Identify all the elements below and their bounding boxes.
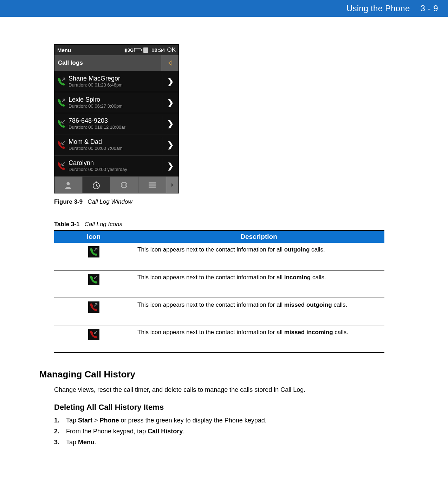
step-item: 3.Tap Menu. xyxy=(54,439,437,446)
step-item: 2.From the Phone keypad, tap Call Histor… xyxy=(54,428,437,435)
description-cell: This icon appears next to the contact in… xyxy=(133,325,384,352)
back-button xyxy=(161,55,178,71)
missed-incoming-icon xyxy=(88,329,99,340)
step-number: 1. xyxy=(54,417,66,424)
table-row: This icon appears next to the contact in… xyxy=(54,325,384,352)
chevron-right-icon: ❯ xyxy=(162,113,178,134)
th-icon: Icon xyxy=(54,230,133,243)
step-text: Tap Start > Phone or press the green key… xyxy=(66,417,267,424)
steps-list: 1.Tap Start > Phone or press the green k… xyxy=(54,417,437,446)
svg-point-0 xyxy=(67,182,70,185)
call-text: CarolynnDuration: 00:00:00 yesterday xyxy=(69,155,162,176)
phone-bottom-bar xyxy=(54,176,178,193)
call-log-row: Shane MacGregorDuration: 00:01:23 6:46pm… xyxy=(54,71,178,92)
table-title: Call Log Icons xyxy=(84,221,122,228)
chevron-right-icon: ❯ xyxy=(162,134,178,155)
icon-cell xyxy=(54,298,133,325)
call-detail: Duration: 00:01:23 6:46pm xyxy=(69,82,162,88)
icon-table: Icon Description This icon appears next … xyxy=(54,230,384,353)
tab-menu-icon xyxy=(138,177,167,193)
call-type-icon xyxy=(54,155,69,176)
icon-cell xyxy=(54,325,133,352)
header-page: 3 - 9 xyxy=(420,4,438,13)
call-detail: Duration: 00:018:12 10:00ar xyxy=(69,125,162,130)
call-name: Shane MacGregor xyxy=(69,75,162,82)
call-type-icon xyxy=(54,92,69,113)
table-label: Table 3-1 xyxy=(54,221,79,228)
status-time: 12:34 xyxy=(151,47,165,53)
step-item: 1.Tap Start > Phone or press the green k… xyxy=(54,417,437,424)
table-row: This icon appears next to the contact in… xyxy=(54,298,384,325)
call-detail: Duration: 00:06:27 3:00pm xyxy=(69,103,162,109)
call-log-row: 786-648-9203Duration: 00:018:12 10:00ar❯ xyxy=(54,113,178,134)
outgoing-icon xyxy=(88,246,99,257)
description-cell: This icon appears next to the contact in… xyxy=(133,298,384,325)
battery-icon xyxy=(134,48,141,52)
tab-calllog-icon xyxy=(83,177,111,193)
call-text: Mom & DadDuration: 00:00:00 7:00am xyxy=(69,134,162,155)
call-type-icon xyxy=(54,113,69,134)
th-description: Description xyxy=(133,230,384,243)
call-name: Carolynn xyxy=(69,160,162,167)
call-text: 786-648-9203Duration: 00:018:12 10:00ar xyxy=(69,113,162,134)
call-log-row: Mom & DadDuration: 00:00:00 7:00am❯ xyxy=(54,134,178,155)
figure-title: Call Log Window xyxy=(87,198,132,205)
network-icon: 3G xyxy=(128,47,134,53)
subsection-heading: Deleting All Call History Items xyxy=(54,403,437,412)
page-header: Using the Phone 3 - 9 xyxy=(0,0,448,17)
incoming-icon xyxy=(88,274,99,285)
signal-icon: ▮ xyxy=(124,47,127,53)
phone-header: Call logs xyxy=(54,55,178,71)
step-text: Tap Menu. xyxy=(66,439,96,446)
icon-cell xyxy=(54,270,133,298)
icon-cell xyxy=(54,243,133,270)
table-caption: Table 3-1Call Log Icons xyxy=(54,221,437,228)
phone-header-label: Call logs xyxy=(54,55,161,71)
chevron-right-icon: ❯ xyxy=(162,92,178,113)
section-paragraph: Change views, reset the call timer, and … xyxy=(54,386,437,394)
phone-screenshot: Menu ▮ 3G 12:34 OK Call logs Shane MacGr… xyxy=(54,44,179,193)
figure-label: Figure 3-9 xyxy=(54,198,83,205)
description-cell: This icon appears next to the contact in… xyxy=(133,243,384,270)
call-type-icon xyxy=(54,71,69,92)
call-name: Mom & Dad xyxy=(69,139,162,146)
call-type-icon xyxy=(54,134,69,155)
tab-world-icon xyxy=(110,177,138,193)
step-number: 2. xyxy=(54,428,66,435)
chevron-right-icon: ❯ xyxy=(162,155,178,176)
storage-icon xyxy=(143,47,148,53)
call-name: 786-648-9203 xyxy=(69,117,162,125)
call-text: Shane MacGregorDuration: 00:01:23 6:46pm xyxy=(69,71,162,92)
ok-button: OK xyxy=(167,46,176,53)
figure-caption: Figure 3-9Call Log Window xyxy=(54,198,437,205)
tab-more-icon xyxy=(166,177,178,193)
tab-contacts-icon xyxy=(54,177,83,193)
call-text: Lexie SpiroDuration: 00:06:27 3:00pm xyxy=(69,92,162,113)
svg-rect-2 xyxy=(96,182,97,183)
call-detail: Duration: 00:00:00 7:00am xyxy=(69,146,162,151)
chevron-right-icon: ❯ xyxy=(162,71,178,92)
description-cell: This icon appears next to the contact in… xyxy=(133,270,384,298)
call-log-row: CarolynnDuration: 00:00:00 yesterday❯ xyxy=(54,155,178,176)
step-number: 3. xyxy=(54,439,66,446)
step-text: From the Phone keypad, tap Call History. xyxy=(66,428,184,435)
table-row: This icon appears next to the contact in… xyxy=(54,243,384,270)
phone-status-bar: Menu ▮ 3G 12:34 OK xyxy=(54,45,178,55)
call-log-row: Lexie SpiroDuration: 00:06:27 3:00pm❯ xyxy=(54,92,178,113)
missed-outgoing-icon xyxy=(88,301,99,313)
status-menu-label: Menu xyxy=(57,47,124,53)
section-heading: Managing Call History xyxy=(39,369,437,380)
call-name: Lexie Spiro xyxy=(69,96,162,103)
call-detail: Duration: 00:00:00 yesterday xyxy=(69,167,162,172)
header-title: Using the Phone xyxy=(346,4,410,13)
table-row: This icon appears next to the contact in… xyxy=(54,270,384,298)
